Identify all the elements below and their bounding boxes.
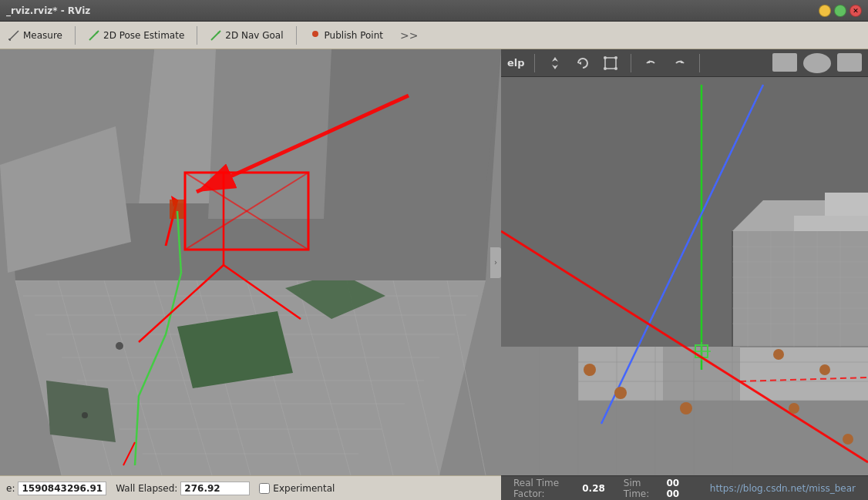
svg-marker-69 (732, 347, 868, 401)
left-scene-svg (0, 49, 501, 475)
svg-marker-39 (208, 49, 331, 219)
svg-point-110 (789, 403, 799, 414)
measure-icon (8, 29, 20, 42)
measure-label: Measure (23, 30, 62, 41)
right-toolbar: elp (501, 49, 868, 77)
right-viewport[interactable] (501, 77, 868, 475)
nav-goal-label: 2D Nav Goal (225, 30, 283, 41)
svg-line-29 (447, 280, 486, 475)
toolbar-nav-goal[interactable]: 2D Nav Goal (207, 28, 286, 43)
real-time-factor-item: Real Time Factor: 0.28 (513, 478, 605, 499)
right-status-bar: Real Time Factor: 0.28 Sim Time: 00 00 h… (501, 475, 868, 500)
redo-btn[interactable] (668, 52, 690, 74)
main-container: › e: 1590843296.91 Wall Elapsed: 276.92 … (0, 49, 868, 500)
svg-line-44 (123, 442, 135, 465)
svg-marker-36 (0, 49, 154, 203)
svg-point-106 (680, 402, 692, 414)
svg-line-41 (166, 200, 177, 246)
more-tools-button[interactable]: >> (395, 28, 422, 43)
toolbar: Measure 2D Pose Estimate 2D Nav Goal (0, 22, 868, 49)
help-label: elp (507, 57, 525, 69)
wall-elapsed-label: Wall Elapsed: (116, 483, 177, 494)
svg-line-20 (15, 280, 62, 475)
svg-point-58 (604, 56, 607, 59)
box-shape-btn[interactable] (837, 53, 862, 72)
toolbar-publish-point[interactable]: Publish Point (306, 28, 386, 43)
svg-marker-38 (316, 49, 501, 188)
svg-line-48 (185, 173, 308, 250)
rotate-icon-btn[interactable] (572, 52, 594, 74)
svg-point-105 (614, 387, 627, 399)
svg-marker-33 (177, 311, 293, 388)
svg-point-108 (819, 364, 830, 375)
svg-line-27 (347, 280, 393, 475)
experimental-label: Experimental (273, 483, 335, 494)
toolbar-measure[interactable]: Measure (5, 28, 66, 43)
svg-line-25 (247, 280, 301, 475)
svg-marker-42 (171, 196, 177, 207)
close-button[interactable]: ✕ (849, 5, 862, 17)
right-toolbar-sep-2 (631, 54, 631, 72)
pose-estimate-label: 2D Pose Estimate (103, 30, 184, 41)
right-toolbar-sep-1 (534, 54, 535, 72)
window-controls[interactable]: ✕ (819, 5, 862, 17)
wall-elapsed-status: Wall Elapsed: 276.92 (116, 482, 250, 495)
svg-line-22 (104, 280, 162, 475)
svg-line-26 (297, 280, 351, 475)
right-panel: elp (501, 49, 868, 500)
oval-shape-btn[interactable] (803, 53, 831, 73)
svg-point-109 (843, 434, 853, 445)
right-scene-svg (501, 77, 868, 475)
svg-rect-9 (0, 49, 501, 475)
collapse-handle[interactable]: › (490, 247, 501, 278)
svg-marker-34 (46, 381, 116, 442)
svg-marker-37 (139, 49, 331, 203)
svg-point-104 (584, 364, 596, 376)
maximize-button[interactable] (834, 5, 846, 17)
move-icon-btn[interactable] (544, 52, 566, 74)
svg-rect-57 (605, 58, 616, 69)
svg-line-50 (224, 265, 301, 319)
svg-point-53 (116, 342, 123, 350)
nav-goal-icon (210, 29, 222, 42)
svg-rect-47 (185, 173, 308, 250)
svg-line-21 (58, 280, 112, 475)
experimental-checkbox-item[interactable]: Experimental (259, 483, 335, 494)
svg-point-59 (614, 56, 617, 59)
svg-marker-30 (112, 211, 231, 280)
toolbar-sep-1 (75, 26, 76, 45)
toolbar-sep-3 (296, 26, 297, 45)
svg-line-46 (197, 96, 409, 192)
sim-time-label: Sim Time: (624, 478, 664, 499)
svg-line-28 (393, 280, 439, 475)
toolbar-pose-estimate[interactable]: 2D Pose Estimate (85, 28, 187, 43)
publish-point-label: Publish Point (325, 30, 383, 41)
svg-point-54 (82, 412, 88, 418)
publish-point-icon (309, 29, 321, 42)
select-icon-btn[interactable] (600, 52, 621, 74)
svg-marker-40 (0, 126, 131, 273)
minimize-button[interactable] (819, 5, 831, 17)
url-bar: https://blog.csdn.net/miss_bear (710, 483, 856, 494)
left-panel: › e: 1590843296.91 Wall Elapsed: 276.92 … (0, 49, 501, 500)
svg-point-107 (773, 349, 784, 360)
svg-line-49 (185, 173, 308, 250)
time-status: e: 1590843296.91 (6, 482, 106, 495)
left-viewport[interactable]: › (0, 49, 501, 475)
experimental-checkbox[interactable] (259, 483, 270, 494)
svg-marker-31 (270, 188, 355, 257)
rect-shape-btn[interactable] (772, 53, 797, 72)
svg-marker-67 (732, 231, 868, 347)
time-label: e: (6, 483, 15, 494)
real-time-factor-label: Real Time Factor: (513, 478, 579, 499)
time-value: 1590843296.91 (18, 482, 106, 495)
real-time-factor-value: 0.28 (582, 483, 605, 494)
undo-btn[interactable] (641, 52, 662, 74)
right-toolbar-sep-3 (699, 54, 700, 72)
svg-marker-32 (285, 273, 385, 319)
svg-marker-55 (552, 57, 558, 69)
sim-time-value: 00 00 (666, 478, 691, 499)
svg-line-0 (9, 31, 19, 40)
shape-buttons (772, 53, 862, 73)
svg-point-60 (604, 67, 607, 70)
